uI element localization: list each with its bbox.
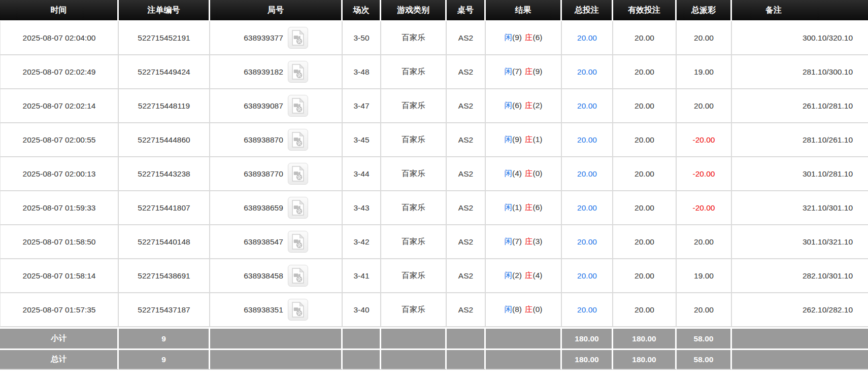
subtotal-total-bet: 180.00 bbox=[562, 327, 613, 349]
table-row: 2025-08-07 02:04:00 522715452191 6389393… bbox=[0, 21, 868, 55]
cell-result: 闲(6)庄(2) bbox=[486, 89, 562, 123]
cell-session: 3-44 bbox=[343, 157, 381, 191]
cell-round-number: 638938351 bbox=[210, 293, 343, 327]
cell-valid-bet: 20.00 bbox=[613, 123, 677, 157]
video-replay-button[interactable] bbox=[288, 163, 308, 185]
cell-remark: 282.10/301.10 bbox=[732, 259, 868, 293]
grand-total-total-payout: 58.00 bbox=[677, 349, 732, 370]
cell-session: 3-45 bbox=[343, 123, 381, 157]
result-player-label: 闲 bbox=[505, 305, 513, 314]
table-row: 2025-08-07 02:02:14 522715448119 6389390… bbox=[0, 89, 868, 123]
cell-total-bet: 20.00 bbox=[562, 123, 613, 157]
bet-history-table: 时间 注单编号 局号 场次 游戏类别 桌号 结果 总投注 有效投注 总派彩 备注… bbox=[0, 0, 868, 370]
cell-bet-number: 522715437187 bbox=[119, 293, 210, 327]
grand-total-count: 9 bbox=[119, 349, 210, 370]
video-replay-button[interactable] bbox=[288, 299, 308, 321]
cell-time: 2025-08-07 01:57:35 bbox=[0, 293, 119, 327]
header-round-number: 局号 bbox=[210, 0, 343, 21]
result-banker-label: 庄 bbox=[525, 33, 533, 42]
video-file-icon bbox=[291, 132, 305, 148]
cell-game-type: 百家乐 bbox=[381, 293, 447, 327]
video-file-icon bbox=[291, 302, 305, 318]
cell-game-type: 百家乐 bbox=[381, 225, 447, 259]
result-banker-label: 庄 bbox=[525, 271, 533, 280]
video-replay-button[interactable] bbox=[288, 265, 308, 287]
cell-table-number: AS2 bbox=[447, 21, 486, 55]
cell-time: 2025-08-07 02:02:49 bbox=[0, 55, 119, 89]
video-replay-button[interactable] bbox=[288, 61, 308, 83]
cell-round-number: 638939377 bbox=[210, 21, 343, 55]
round-number-text: 638938770 bbox=[244, 169, 283, 179]
cell-time: 2025-08-07 02:00:55 bbox=[0, 123, 119, 157]
table-row: 2025-08-07 02:00:55 522715444860 6389388… bbox=[0, 123, 868, 157]
round-number-text: 638938870 bbox=[244, 135, 283, 145]
subtotal-label: 小计 bbox=[0, 327, 119, 349]
cell-table-number: AS2 bbox=[447, 259, 486, 293]
cell-valid-bet: 20.00 bbox=[613, 225, 677, 259]
cell-total-bet: 20.00 bbox=[562, 259, 613, 293]
video-replay-button[interactable] bbox=[288, 27, 308, 49]
header-valid-bet: 有效投注 bbox=[613, 0, 677, 21]
result-banker-score: (9) bbox=[533, 67, 543, 76]
cell-valid-bet: 20.00 bbox=[613, 191, 677, 225]
round-number-text: 638938659 bbox=[244, 203, 283, 213]
result-banker-score: (0) bbox=[533, 305, 543, 314]
cell-round-number: 638938458 bbox=[210, 259, 343, 293]
table-row: 2025-08-07 01:58:14 522715438691 6389384… bbox=[0, 259, 868, 293]
cell-round-number: 638938659 bbox=[210, 191, 343, 225]
result-banker-label: 庄 bbox=[525, 135, 533, 144]
grand-total-valid-bet: 180.00 bbox=[613, 349, 677, 370]
result-banker-score: (6) bbox=[533, 33, 543, 42]
cell-remark: 281.10/261.10 bbox=[732, 123, 868, 157]
cell-total-bet: 20.00 bbox=[562, 293, 613, 327]
cell-table-number: AS2 bbox=[447, 157, 486, 191]
table-row: 2025-08-07 02:02:49 522715449424 6389391… bbox=[0, 55, 868, 89]
grand-total-total-bet: 180.00 bbox=[562, 349, 613, 370]
cell-total-payout: -20.00 bbox=[677, 191, 732, 225]
cell-table-number: AS2 bbox=[447, 191, 486, 225]
video-replay-button[interactable] bbox=[288, 231, 308, 253]
cell-remark: 301.10/281.10 bbox=[732, 157, 868, 191]
cell-round-number: 638939087 bbox=[210, 89, 343, 123]
round-number-text: 638938351 bbox=[244, 305, 283, 315]
cell-remark: 281.10/300.10 bbox=[732, 55, 868, 89]
cell-session: 3-41 bbox=[343, 259, 381, 293]
cell-bet-number: 522715440148 bbox=[119, 225, 210, 259]
header-total-bet: 总投注 bbox=[562, 0, 613, 21]
result-player-label: 闲 bbox=[505, 101, 513, 110]
video-file-icon bbox=[291, 30, 305, 46]
table-header: 时间 注单编号 局号 场次 游戏类别 桌号 结果 总投注 有效投注 总派彩 备注 bbox=[0, 0, 868, 21]
result-player-score: (2) bbox=[512, 271, 522, 280]
cell-result: 闲(9)庄(1) bbox=[486, 123, 562, 157]
cell-game-type: 百家乐 bbox=[381, 259, 447, 293]
cell-valid-bet: 20.00 bbox=[613, 55, 677, 89]
cell-table-number: AS2 bbox=[447, 55, 486, 89]
cell-game-type: 百家乐 bbox=[381, 21, 447, 55]
subtotal-valid-bet: 180.00 bbox=[613, 327, 677, 349]
result-banker-score: (4) bbox=[533, 271, 543, 280]
round-number-text: 638939182 bbox=[244, 67, 283, 77]
cell-total-bet: 20.00 bbox=[562, 157, 613, 191]
result-banker-score: (2) bbox=[533, 101, 543, 110]
video-replay-button[interactable] bbox=[288, 95, 308, 117]
table-row: 2025-08-07 01:57:35 522715437187 6389383… bbox=[0, 293, 868, 327]
cell-bet-number: 522715443238 bbox=[119, 157, 210, 191]
cell-result: 闲(7)庄(3) bbox=[486, 225, 562, 259]
cell-round-number: 638938870 bbox=[210, 123, 343, 157]
cell-valid-bet: 20.00 bbox=[613, 259, 677, 293]
cell-result: 闲(9)庄(6) bbox=[486, 21, 562, 55]
result-banker-label: 庄 bbox=[525, 169, 533, 178]
result-player-score: (9) bbox=[512, 33, 522, 42]
cell-total-payout: -20.00 bbox=[677, 157, 732, 191]
video-replay-button[interactable] bbox=[288, 129, 308, 151]
cell-session: 3-47 bbox=[343, 89, 381, 123]
grand-total-label: 总计 bbox=[0, 349, 119, 370]
video-file-icon bbox=[291, 200, 305, 216]
video-replay-button[interactable] bbox=[288, 197, 308, 219]
result-banker-score: (0) bbox=[533, 169, 543, 178]
cell-game-type: 百家乐 bbox=[381, 191, 447, 225]
result-banker-score: (6) bbox=[533, 203, 543, 212]
cell-game-type: 百家乐 bbox=[381, 123, 447, 157]
table-row: 2025-08-07 01:59:33 522715441807 6389386… bbox=[0, 191, 868, 225]
cell-remark: 261.10/281.10 bbox=[732, 89, 868, 123]
